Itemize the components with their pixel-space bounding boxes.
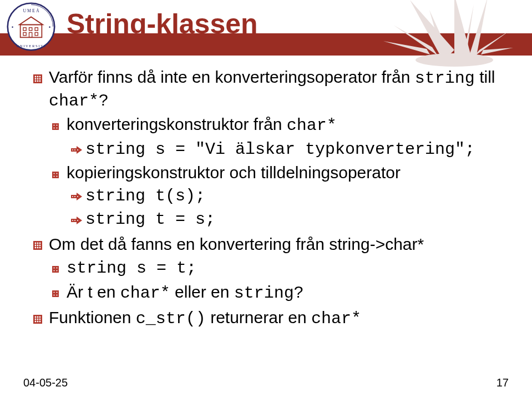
svg-text:•: • (12, 24, 13, 30)
svg-point-60 (37, 243, 39, 244)
svg-point-84 (39, 318, 41, 320)
svg-rect-43 (52, 172, 59, 178)
bullet-text: Funktionen c_str() returnerar en char* (49, 308, 361, 326)
svg-point-75 (56, 292, 57, 293)
svg-point-65 (35, 247, 37, 249)
svg-point-47 (56, 175, 57, 177)
svg-point-62 (35, 245, 37, 247)
svg-rect-73 (52, 290, 59, 297)
bullet-text: kopieringskonstruktor och tilldelningsop… (67, 163, 401, 182)
svg-point-50 (72, 196, 73, 197)
bullet-level2: kopieringskonstruktor och tilldelningsop… (49, 162, 510, 230)
svg-point-36 (53, 127, 54, 128)
svg-point-37 (56, 127, 57, 128)
bullet-level1: Varför finns då inte en konverteringsope… (33, 67, 510, 230)
svg-point-52 (77, 196, 78, 197)
page-title: String-klassen (67, 8, 258, 40)
svg-point-82 (35, 318, 37, 320)
svg-point-67 (39, 247, 41, 249)
svg-point-35 (56, 124, 57, 125)
svg-point-86 (37, 320, 39, 322)
svg-text:•: • (49, 24, 50, 30)
svg-point-83 (37, 318, 39, 320)
svg-rect-38 (71, 148, 77, 152)
slide-body: Varför finns då inte en konverteringsope… (0, 56, 532, 344)
bullet-text: Är t en char* eller en string? (67, 283, 303, 301)
svg-point-79 (35, 316, 37, 318)
svg-point-34 (53, 124, 54, 125)
svg-point-57 (77, 220, 78, 221)
bullet-level3: string s = "Vi älskar typkonvertering"; (67, 138, 510, 160)
svg-text:U N I V E R S I T E: U N I V E R S I T E (16, 44, 45, 48)
svg-point-56 (74, 220, 75, 221)
bullet-text: Om det då fanns en konvertering från str… (49, 235, 424, 253)
bullet-level1: Om det då fanns en konvertering från str… (33, 234, 510, 304)
svg-point-27 (35, 78, 37, 79)
svg-point-24 (35, 76, 37, 77)
svg-point-26 (39, 76, 41, 77)
svg-point-42 (77, 149, 78, 150)
svg-point-59 (35, 243, 37, 244)
svg-rect-48 (71, 195, 77, 198)
bullet-level1: Funktionen c_str() returnerar en char* (33, 307, 510, 330)
bullet-text: string s = t; (67, 258, 196, 276)
svg-point-25 (37, 76, 39, 77)
svg-point-69 (53, 267, 54, 268)
svg-point-28 (37, 78, 39, 79)
bullet-text: Varför finns då inte en konverteringsope… (49, 68, 495, 109)
svg-point-64 (39, 245, 41, 247)
svg-text:U M E Å: U M E Å (23, 8, 39, 13)
svg-point-72 (56, 270, 57, 271)
bullet-level2: Är t en char* eller en string? (49, 282, 510, 304)
svg-point-70 (56, 267, 57, 268)
bullet-text: string t(s); (85, 185, 205, 204)
svg-point-63 (37, 245, 39, 247)
svg-point-41 (74, 149, 75, 150)
svg-point-74 (53, 292, 54, 293)
bullet-text: string t = s; (85, 209, 215, 227)
svg-point-76 (53, 294, 54, 295)
bullet-level2: string s = t; (49, 257, 510, 279)
svg-point-85 (35, 320, 37, 322)
svg-rect-53 (71, 219, 77, 222)
svg-point-77 (56, 294, 57, 295)
svg-point-40 (72, 149, 73, 150)
svg-point-29 (39, 78, 41, 79)
svg-point-66 (37, 247, 39, 249)
university-logo: U M E Å U N I V E R S I T E • • (7, 2, 55, 51)
svg-marker-21 (481, 48, 513, 54)
decorative-splash-icon (371, 0, 515, 69)
svg-point-71 (53, 270, 54, 271)
svg-point-45 (56, 173, 57, 174)
svg-point-32 (39, 80, 41, 82)
svg-point-55 (72, 220, 73, 221)
svg-point-30 (35, 80, 37, 82)
svg-rect-33 (52, 123, 59, 130)
svg-point-44 (53, 173, 54, 174)
footer-page-number: 17 (496, 376, 509, 389)
svg-rect-68 (52, 266, 59, 273)
footer-date: 04-05-25 (23, 376, 68, 389)
bullet-text: konverteringskonstruktor från char* (67, 115, 337, 133)
bullet-level3: string t = s; (67, 208, 510, 230)
svg-point-31 (37, 80, 39, 82)
bullet-text: string s = "Vi älskar typkonvertering"; (85, 139, 475, 157)
svg-point-80 (37, 316, 39, 318)
bullet-level2: konverteringskonstruktor från char*strin… (49, 114, 510, 160)
svg-point-46 (53, 175, 54, 177)
svg-point-81 (39, 316, 41, 318)
svg-point-51 (74, 196, 75, 197)
slide-footer: 04-05-25 17 (0, 376, 532, 389)
bullet-level3: string t(s); (67, 184, 510, 207)
slide-header: U M E Å U N I V E R S I T E • • String-k… (0, 0, 532, 56)
svg-point-87 (39, 320, 41, 322)
svg-point-22 (416, 53, 493, 67)
svg-point-61 (39, 243, 41, 244)
